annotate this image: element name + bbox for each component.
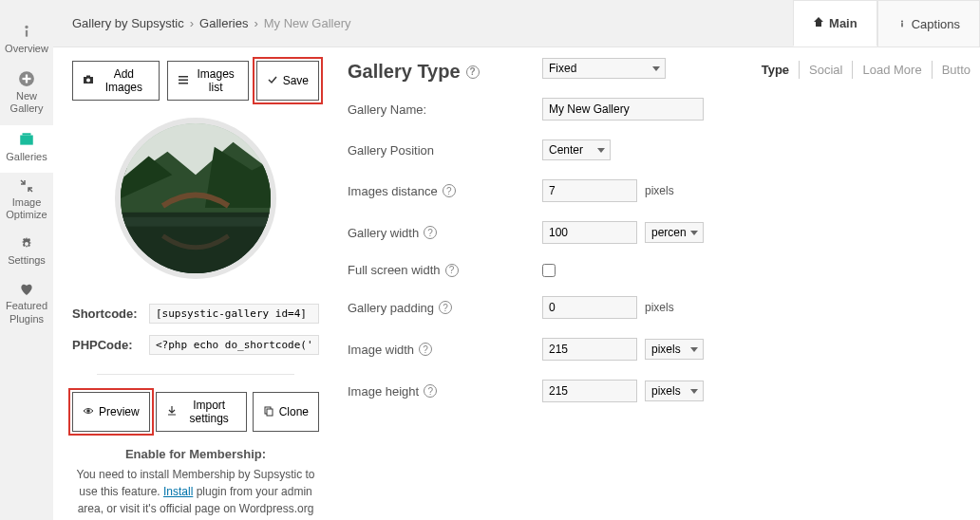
help-icon[interactable]: ?	[419, 343, 432, 356]
gallery-type-select[interactable]: Fixed	[542, 58, 666, 79]
sidebar-item-image-optimize[interactable]: Image Optimize	[0, 173, 53, 231]
left-panel: Add Images Images list Save	[53, 47, 338, 520]
full-screen-checkbox[interactable]	[542, 264, 556, 277]
info-icon	[18, 23, 35, 40]
gallery-width-input[interactable]	[542, 221, 637, 244]
preview-button[interactable]: Preview	[72, 392, 150, 432]
sidebar-item-label: New Gallery	[0, 90, 53, 115]
tab-label: Captions	[912, 17, 960, 31]
help-icon[interactable]: ?	[439, 301, 452, 314]
camera-icon	[83, 74, 94, 88]
breadcrumb: Gallery by Supsystic › Galleries › My Ne…	[53, 0, 793, 46]
breadcrumb-root[interactable]: Gallery by Supsystic	[72, 16, 184, 30]
gallery-name-input[interactable]	[542, 98, 704, 121]
subtab-buttons[interactable]: Butto	[933, 61, 980, 79]
subtab-load-more[interactable]: Load More	[853, 61, 932, 79]
clone-button[interactable]: Clone	[253, 392, 319, 432]
settings-subtabs: Type Social Load More Butto	[752, 61, 980, 79]
svg-point-22	[86, 409, 90, 413]
button-label: Preview	[99, 405, 140, 418]
button-label: Images list	[194, 67, 238, 94]
plus-circle-icon	[18, 70, 35, 87]
chevron-right-icon: ›	[254, 16, 257, 30]
sidebar-item-settings[interactable]: Settings	[0, 231, 53, 276]
copy-icon	[263, 405, 274, 419]
svg-rect-1	[26, 30, 28, 37]
image-width-unit-select[interactable]: pixels	[645, 339, 704, 360]
gallery-position-select[interactable]: Center	[542, 139, 611, 160]
help-icon[interactable]: ?	[424, 226, 437, 239]
sidebar-item-galleries[interactable]: Galleries	[0, 125, 53, 173]
full-screen-label: Full screen width	[348, 263, 441, 277]
install-link[interactable]: Install	[163, 485, 193, 498]
svg-point-0	[25, 26, 28, 28]
svg-rect-13	[179, 76, 188, 78]
membership-title: Enable for Membership:	[72, 445, 319, 464]
save-button[interactable]: Save	[256, 61, 319, 101]
svg-rect-21	[121, 217, 271, 227]
import-settings-button[interactable]: Import settings	[156, 392, 247, 432]
list-icon	[178, 74, 189, 88]
eye-icon	[83, 405, 94, 419]
admin-sidebar: Overview New Gallery Galleries Image Opt…	[0, 0, 53, 520]
help-icon[interactable]: ?	[424, 384, 437, 398]
image-height-unit-select[interactable]: pixels	[645, 381, 704, 401]
header-tabs: Main Captions	[793, 0, 980, 46]
breadcrumb-mid[interactable]: Galleries	[199, 16, 248, 30]
svg-rect-9	[901, 23, 903, 27]
gallery-preview-image	[115, 118, 276, 279]
sidebar-item-overview[interactable]: Overview	[0, 17, 53, 65]
svg-rect-14	[179, 79, 188, 81]
home-icon	[813, 16, 824, 30]
gallery-position-label: Gallery Position	[348, 143, 434, 158]
sidebar-item-label: Galleries	[6, 151, 47, 163]
section-title-text: Gallery Type	[348, 61, 461, 83]
svg-rect-4	[23, 78, 31, 80]
check-icon	[267, 74, 278, 88]
breadcrumb-current: My New Gallery	[264, 16, 351, 30]
heart-icon	[19, 282, 34, 297]
phpcode-label: PHPCode:	[72, 338, 143, 352]
svg-rect-15	[179, 83, 188, 84]
sidebar-item-new-gallery[interactable]: New Gallery	[0, 65, 53, 124]
info-icon	[897, 17, 907, 31]
images-list-button[interactable]: Images list	[167, 61, 249, 101]
sidebar-item-label: Image Optimize	[0, 196, 53, 221]
gallery-icon	[18, 131, 35, 148]
subtab-social[interactable]: Social	[800, 61, 853, 79]
chevron-right-icon: ›	[190, 16, 194, 30]
svg-rect-5	[20, 135, 33, 144]
tab-captions[interactable]: Captions	[877, 0, 980, 46]
help-icon[interactable]: ?	[466, 65, 480, 79]
sidebar-item-featured-plugins[interactable]: Featured Plugins	[0, 276, 53, 334]
shortcode-label: Shortcode:	[72, 306, 143, 321]
main-panel: Gallery by Supsystic › Galleries › My Ne…	[53, 0, 980, 520]
tab-main[interactable]: Main	[793, 0, 877, 46]
gallery-width-unit-select[interactable]: percents	[645, 222, 704, 243]
images-distance-label: Images distance	[348, 184, 438, 198]
add-images-button[interactable]: Add Images	[72, 61, 160, 101]
gallery-padding-input[interactable]	[542, 296, 637, 319]
subtab-type[interactable]: Type	[752, 61, 800, 79]
unit-label: pixels	[645, 301, 674, 314]
sidebar-item-label: Featured Plugins	[0, 300, 53, 325]
sidebar-item-label: Settings	[8, 254, 46, 267]
svg-point-8	[901, 20, 903, 22]
tab-label: Main	[829, 16, 858, 30]
gallery-width-label: Gallery width	[348, 226, 419, 240]
membership-block: Enable for Membership: You need to insta…	[72, 445, 319, 520]
images-distance-input[interactable]	[542, 179, 637, 202]
import-icon	[166, 405, 178, 419]
help-icon[interactable]: ?	[443, 184, 456, 197]
svg-point-7	[25, 242, 28, 246]
help-icon[interactable]: ?	[445, 264, 459, 277]
button-label: Import settings	[182, 399, 236, 425]
image-width-input[interactable]	[542, 338, 637, 361]
svg-rect-24	[267, 409, 273, 416]
shortcode-input[interactable]	[149, 304, 319, 324]
image-height-input[interactable]	[542, 380, 637, 402]
svg-rect-11	[86, 75, 90, 77]
svg-point-12	[86, 78, 90, 82]
phpcode-input[interactable]	[149, 335, 319, 355]
image-height-label: Image height	[348, 384, 419, 399]
